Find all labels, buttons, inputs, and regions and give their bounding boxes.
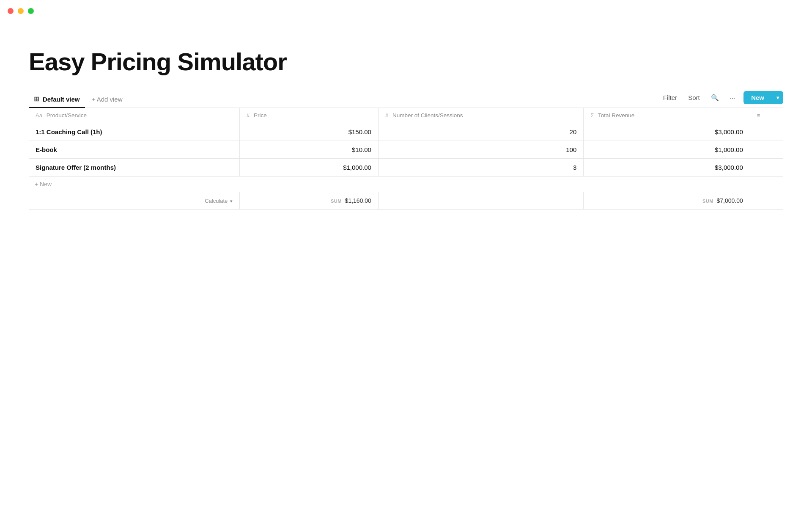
col-revenue-label: Total Revenue: [598, 112, 634, 119]
table-row: 1:1 Coaching Call (1h) $150.00 20 $3,000…: [29, 123, 783, 141]
table-header-row: Aa Product/Service # Price # Number of C…: [29, 108, 783, 123]
cell-revenue[interactable]: $1,000.00: [584, 141, 750, 159]
cell-extra: [750, 141, 783, 159]
col-header-revenue[interactable]: Σ Total Revenue: [584, 108, 750, 123]
more-options-button[interactable]: ···: [727, 92, 738, 103]
dot-green[interactable]: [28, 8, 34, 14]
cell-clients[interactable]: 3: [378, 159, 583, 177]
tab-default-view[interactable]: ⊞ Default view: [29, 91, 85, 108]
cell-product[interactable]: E-book: [29, 141, 239, 159]
cell-price[interactable]: $150.00: [239, 123, 378, 141]
page-title: Easy Pricing Simulator: [29, 47, 783, 76]
dot-yellow[interactable]: [18, 8, 24, 14]
filter-label: Filter: [663, 94, 677, 101]
table-row: Signature Offer (2 months) $1,000.00 3 $…: [29, 159, 783, 177]
main-content: Easy Pricing Simulator ⊞ Default view + …: [0, 22, 812, 210]
titlebar: [0, 0, 812, 22]
new-button-chevron[interactable]: ▾: [772, 92, 783, 104]
col-header-extra[interactable]: ≡: [750, 108, 783, 123]
calculate-label: Calculate: [205, 198, 228, 204]
col-product-label: Product/Service: [47, 112, 87, 119]
cell-product[interactable]: Signature Offer (2 months): [29, 159, 239, 177]
default-view-label: Default view: [43, 96, 80, 103]
new-row-label[interactable]: + New: [29, 177, 783, 192]
cell-price[interactable]: $1,000.00: [239, 159, 378, 177]
clients-sum-cell: [378, 192, 583, 210]
footer-row: Calculate ▾ SUM $1,160.00 SUM $7,000.00: [29, 192, 783, 210]
price-sum-value: $1,160.00: [345, 197, 371, 204]
table-row: E-book $10.00 100 $1,000.00: [29, 141, 783, 159]
cell-product[interactable]: 1:1 Coaching Call (1h): [29, 123, 239, 141]
col-header-product[interactable]: Aa Product/Service: [29, 108, 239, 123]
new-row-button[interactable]: + New: [29, 177, 783, 192]
footer-extra: [750, 192, 783, 210]
cell-extra: [750, 123, 783, 141]
sort-label: Sort: [688, 94, 700, 101]
table-view-icon: ⊞: [34, 95, 39, 103]
price-sum-cell: SUM $1,160.00: [239, 192, 378, 210]
search-icon[interactable]: 🔍: [708, 92, 721, 103]
cell-revenue[interactable]: $3,000.00: [584, 123, 750, 141]
sum-col-icon: Σ: [590, 112, 594, 119]
number-col-icon-price: #: [247, 112, 250, 119]
number-col-icon-clients: #: [385, 112, 388, 119]
revenue-sum-label: SUM: [702, 199, 713, 204]
calculate-chevron-icon: ▾: [230, 199, 233, 204]
new-button-label: New: [743, 91, 772, 104]
col-clients-label: Number of Clients/Sessions: [392, 112, 463, 119]
cell-price[interactable]: $10.00: [239, 141, 378, 159]
more-label: ···: [730, 94, 735, 101]
col-price-label: Price: [254, 112, 267, 119]
revenue-sum-cell: SUM $7,000.00: [584, 192, 750, 210]
add-view-label: + Add view: [92, 96, 123, 103]
revenue-sum-value: $7,000.00: [716, 197, 743, 204]
text-col-icon: Aa: [36, 112, 42, 119]
toolbar: ⊞ Default view + Add view Filter Sort 🔍 …: [29, 91, 783, 108]
cell-revenue[interactable]: $3,000.00: [584, 159, 750, 177]
cell-extra: [750, 159, 783, 177]
cell-clients[interactable]: 20: [378, 123, 583, 141]
add-view-button[interactable]: + Add view: [85, 91, 129, 107]
cell-clients[interactable]: 100: [378, 141, 583, 159]
col-header-clients[interactable]: # Number of Clients/Sessions: [378, 108, 583, 123]
toolbar-left: ⊞ Default view + Add view: [29, 91, 129, 108]
new-button[interactable]: New ▾: [743, 91, 783, 104]
col-header-price[interactable]: # Price: [239, 108, 378, 123]
data-table: Aa Product/Service # Price # Number of C…: [29, 108, 783, 210]
sort-button[interactable]: Sort: [686, 92, 702, 103]
dot-red[interactable]: [8, 8, 14, 14]
filter-button[interactable]: Filter: [661, 92, 680, 103]
toolbar-right: Filter Sort 🔍 ··· New ▾: [661, 91, 783, 108]
price-sum-label: SUM: [331, 199, 342, 204]
menu-col-icon: ≡: [757, 112, 760, 119]
calculate-button[interactable]: Calculate ▾: [29, 192, 239, 210]
